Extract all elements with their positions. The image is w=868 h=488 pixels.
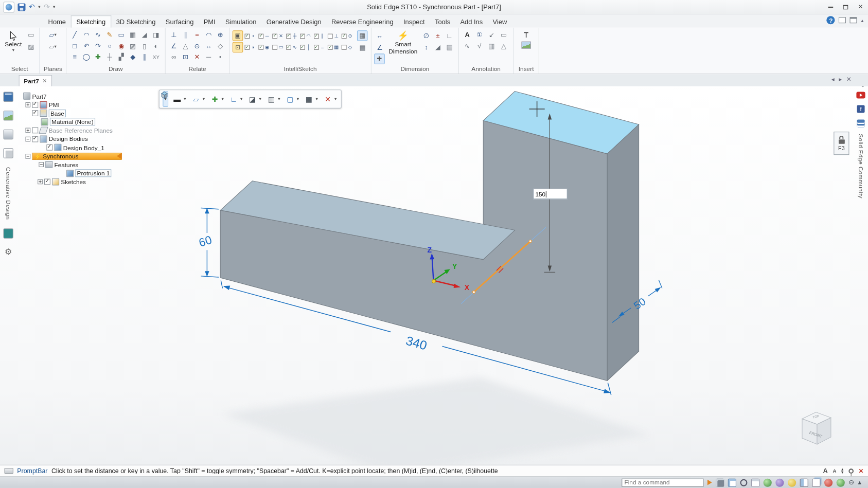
close-document-icon[interactable]: ✕ — [846, 76, 852, 83]
tree-item-material[interactable]: Material (None) — [19, 118, 158, 126]
feature-control-frame-button[interactable]: ▦ — [486, 41, 498, 51]
symmetric-offset-button[interactable]: ∥ — [139, 51, 150, 62]
record-status-icon[interactable] — [824, 478, 832, 486]
lock-relation-button[interactable]: ⊡ — [180, 51, 191, 62]
tree-item-design-bodies[interactable]: Design Bodies — [19, 135, 158, 143]
customize-wrench-icon[interactable] — [858, 86, 864, 87]
minimize-button[interactable] — [823, 0, 838, 14]
snap-diamond-checkbox[interactable]: ◇ — [342, 42, 356, 53]
expander-icon[interactable] — [39, 162, 44, 168]
angle-relation-button[interactable]: ∠ — [168, 41, 180, 51]
tab-reverse-engineering[interactable]: Reverse Engineering — [326, 16, 398, 28]
display-columns-button[interactable]: ▦▾ — [303, 92, 319, 107]
tab-generative-design[interactable]: Generative Design — [261, 16, 326, 28]
polygon-button[interactable]: ◆ — [127, 51, 138, 62]
visibility-checkbox[interactable] — [32, 128, 38, 134]
ribbon-layout-icon[interactable] — [850, 17, 857, 23]
xy-grid-button[interactable]: XY — [151, 51, 162, 62]
maximize-button[interactable] — [838, 0, 853, 14]
tab-view[interactable]: View — [488, 16, 512, 28]
section-view-button[interactable]: ◪▾ — [246, 92, 262, 107]
model-viewport[interactable]: X Y Z 60 340 — [0, 86, 868, 465]
help-icon[interactable]: ? — [827, 16, 835, 24]
datum-frame-button[interactable]: △ — [498, 41, 509, 51]
redo-button[interactable]: ↷ — [44, 3, 50, 10]
snap-point-on-element-checkbox[interactable]: ⊙ — [342, 30, 356, 42]
expander-icon[interactable] — [25, 136, 30, 141]
endpoint-relation-button[interactable]: ▪ — [215, 51, 226, 62]
weld-symbol-button[interactable]: ∿ — [462, 41, 473, 51]
tangent-arc-button[interactable]: ▯ — [139, 41, 150, 51]
add-body-button[interactable]: ✚▾ — [208, 92, 225, 107]
balloon-button[interactable]: ① — [474, 29, 485, 40]
maintain-relationships-toggle[interactable]: ▣ — [233, 30, 243, 41]
decrease-font-icon[interactable]: A — [832, 468, 836, 474]
expander-icon[interactable] — [25, 154, 30, 159]
grid-options-button[interactable]: ▦ — [357, 42, 368, 52]
construction-circle-button[interactable]: ◯ — [81, 51, 92, 62]
tab-add-ins[interactable]: Add Ins — [455, 16, 488, 28]
undo-button[interactable]: ↶ — [29, 3, 35, 10]
equal-relation-button[interactable]: = — [191, 29, 203, 40]
project-button[interactable]: ┼ — [104, 51, 115, 62]
hatch-button[interactable]: ▨ — [127, 41, 138, 51]
settings-gear-icon[interactable]: ⚙ — [5, 247, 12, 256]
screen-capture-icon[interactable] — [716, 478, 724, 486]
view-cube[interactable]: FRONT TOP — [802, 412, 831, 444]
promptbar-close-icon[interactable]: ✕ — [858, 467, 863, 475]
smart-dimension-button[interactable]: ⚡ Smart Dimension — [387, 29, 419, 55]
collinear-relation-button[interactable]: ∞ — [168, 51, 180, 62]
sensors-panel-icon[interactable] — [3, 130, 13, 139]
include-button[interactable]: ✚ — [93, 51, 104, 62]
pathfinder-panel-icon[interactable] — [3, 92, 13, 102]
tree-item-synchronous[interactable]: ⚡ Synchronous — [19, 152, 158, 160]
community-icon[interactable] — [857, 119, 864, 127]
tab-pmi[interactable]: PMI — [199, 16, 220, 28]
rectangle-button[interactable]: ▭ — [116, 29, 127, 40]
tab-simulation[interactable]: Simulation — [220, 16, 261, 28]
select-fence-button[interactable]: ▨ — [25, 41, 37, 51]
line-button[interactable]: ╱ — [69, 29, 80, 40]
expand-statusbar-icon[interactable]: ▴ — [858, 479, 861, 486]
tab-3d-sketching[interactable]: 3D Sketching — [111, 16, 161, 28]
solid-edge-community-tab[interactable]: Solid Edge Community — [858, 134, 864, 198]
coincident-plane-button[interactable]: ▱▾ — [47, 29, 59, 40]
collapse-promptbar-icon[interactable]: ▴▾ — [841, 467, 843, 475]
dimension-60-label[interactable]: 60 — [197, 233, 213, 249]
vertical-dimension-button[interactable]: ↕ — [421, 42, 432, 52]
visibility-checkbox[interactable] — [32, 136, 38, 142]
triad-origin-handle[interactable] — [432, 280, 436, 283]
relationship-handles-toggle[interactable]: ⊡ — [233, 42, 243, 52]
cascade-window-icon[interactable] — [812, 478, 820, 486]
snap-center-checkbox[interactable]: ◉ — [258, 42, 272, 53]
zoom-out-icon[interactable]: ⊖ — [848, 479, 854, 486]
grid-button[interactable]: ▦ — [127, 29, 138, 40]
library-panel-icon[interactable] — [3, 229, 13, 239]
view-overrides-icon[interactable] — [764, 478, 772, 486]
sketch-plane-button[interactable]: ▱▾ — [189, 92, 206, 107]
pin-icon[interactable] — [848, 468, 854, 474]
window-layout-button[interactable]: ▥▾ — [264, 92, 281, 107]
tree-item-design-body-1[interactable]: Design Body_1 — [19, 143, 158, 152]
dimension-value-input[interactable]: 150 — [533, 189, 568, 199]
snap-perpendicular-checkbox[interactable]: ⊥ — [328, 30, 342, 42]
trim-corner-button[interactable]: ↷ — [93, 41, 104, 51]
snap-framework-checkbox[interactable]: ▦ — [328, 42, 342, 53]
sketch-gallery-panel-icon[interactable] — [3, 111, 13, 120]
visibility-checkbox[interactable] — [44, 179, 50, 185]
run-command-icon[interactable] — [707, 480, 712, 485]
document-tab-part7[interactable]: Part7 ✕ — [19, 75, 52, 86]
dimension-340-label[interactable]: 340 — [404, 334, 429, 353]
select-options-button[interactable]: ▭ — [25, 29, 37, 40]
quick-access-caret-icon[interactable]: ▾ — [53, 5, 55, 9]
sketch-endpoint-handle[interactable] — [529, 240, 532, 243]
tab-home[interactable]: Home — [43, 16, 71, 28]
face-overlay-button[interactable]: ▢▾ — [284, 92, 300, 107]
freesketch-button[interactable]: ✎ — [104, 29, 115, 40]
text-annotation-button[interactable]: A — [462, 29, 473, 40]
circle-button[interactable]: ○ — [104, 41, 115, 51]
snap-endpoint-checkbox[interactable]: ▪ — [245, 30, 259, 42]
tree-item-part7[interactable]: Part7 — [19, 92, 158, 101]
find-command-input[interactable] — [622, 478, 703, 486]
edge-color-button[interactable]: ▬▾ — [170, 92, 187, 107]
